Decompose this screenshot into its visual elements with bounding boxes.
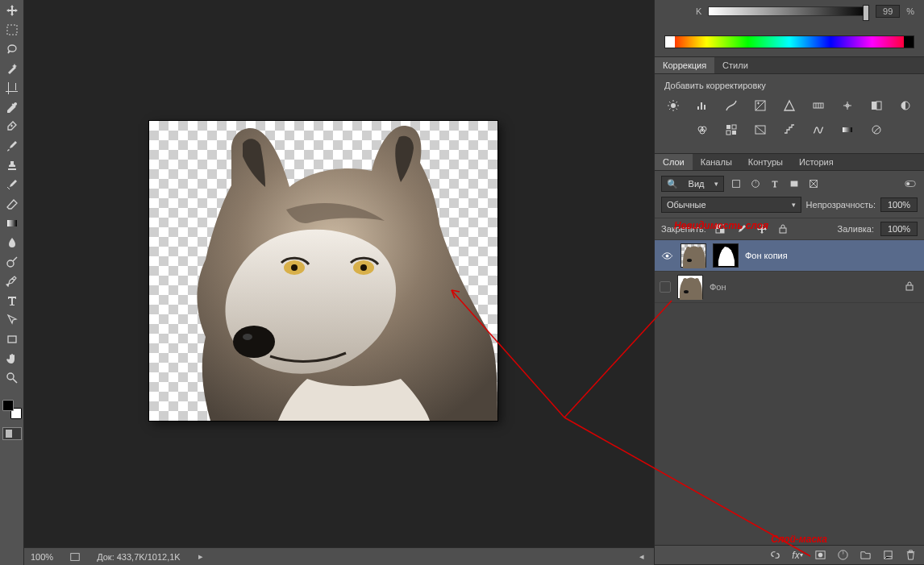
color-channel-slider[interactable] <box>708 6 869 16</box>
svg-point-41 <box>684 290 689 293</box>
zoom-tool[interactable] <box>2 369 22 387</box>
delete-layer-icon[interactable] <box>903 548 918 563</box>
layer-row[interactable]: Фон копия <box>655 240 924 272</box>
opacity-value[interactable]: 100% <box>880 197 918 212</box>
layer-fx-icon[interactable]: fx▾ <box>790 548 805 563</box>
exposure-icon[interactable] <box>752 98 768 113</box>
tab-layers[interactable]: Слои <box>655 154 693 170</box>
vibrance-icon[interactable] <box>781 98 797 113</box>
new-layer-icon[interactable] <box>880 548 895 563</box>
new-group-icon[interactable] <box>858 548 872 563</box>
annotation-layer-mask: Слой-маска <box>771 534 827 545</box>
color-spectrum[interactable] <box>664 35 914 48</box>
dodge-tool[interactable] <box>2 253 22 271</box>
link-layers-icon[interactable] <box>768 548 782 563</box>
svg-point-6 <box>243 334 252 340</box>
svg-point-40 <box>687 259 692 262</box>
document-canvas[interactable] <box>149 121 497 421</box>
zoom-level[interactable]: 100% <box>31 552 53 562</box>
tab-paths[interactable]: Контуры <box>740 154 791 170</box>
filter-adjust-icon[interactable] <box>748 177 763 191</box>
hand-tool[interactable] <box>2 350 22 368</box>
tab-adjustments[interactable]: Коррекция <box>655 57 714 73</box>
quick-mask-toggle[interactable] <box>2 427 22 440</box>
layer-name[interactable]: Фон <box>710 282 726 292</box>
levels-icon[interactable] <box>694 98 710 113</box>
lasso-tool[interactable] <box>2 40 22 58</box>
marquee-tool[interactable] <box>2 21 22 39</box>
brightness-icon[interactable] <box>665 98 681 113</box>
lock-indicator-icon <box>905 281 914 293</box>
layer-filter-dropdown[interactable]: 🔍Вид▾ <box>661 176 724 192</box>
threshold-icon[interactable] <box>810 123 826 137</box>
stamp-tool[interactable] <box>2 156 22 174</box>
svg-rect-11 <box>71 553 80 560</box>
tab-channels[interactable]: Каналы <box>693 154 740 170</box>
hscroll-left[interactable]: ◂ <box>636 551 647 563</box>
color-balance-icon[interactable] <box>839 98 855 113</box>
canvas-area[interactable] <box>24 0 654 547</box>
eraser-tool[interactable] <box>2 195 22 213</box>
adjustments-icon-grid <box>664 98 914 137</box>
color-channel-value[interactable]: 99 <box>876 5 900 18</box>
posterize-icon[interactable] <box>781 123 797 137</box>
visibility-toggle[interactable] <box>660 248 674 263</box>
filter-smart-icon[interactable] <box>806 177 821 191</box>
brush-tool[interactable] <box>2 137 22 155</box>
doc-size-info: Док: 433,7K/1012,1K <box>97 552 181 562</box>
adjustments-panel: Коррекция Стили Добавить корректировку <box>655 57 924 154</box>
filter-shape-icon[interactable] <box>787 177 801 191</box>
pen-tool[interactable] <box>2 272 22 290</box>
move-tool[interactable] <box>2 2 22 19</box>
layer-thumbnail[interactable] <box>677 275 703 299</box>
tab-styles[interactable]: Стили <box>714 57 756 73</box>
selective-color-icon[interactable] <box>868 123 884 137</box>
svg-rect-17 <box>876 102 881 110</box>
color-lookup-icon[interactable] <box>723 123 739 137</box>
svg-point-12 <box>671 103 676 108</box>
svg-point-4 <box>7 373 14 380</box>
heal-tool[interactable] <box>2 118 22 135</box>
canvas-content-wolf <box>149 121 497 421</box>
fill-value[interactable]: 100% <box>880 222 918 236</box>
history-brush-tool[interactable] <box>2 176 22 193</box>
eyedropper-tool[interactable] <box>2 98 22 116</box>
photo-filter-icon[interactable] <box>897 98 914 113</box>
gradient-map-icon[interactable] <box>839 123 855 137</box>
layer-row[interactable]: Фон <box>655 272 924 303</box>
shape-tool[interactable] <box>2 330 22 348</box>
layer-thumbnail[interactable] <box>681 243 706 268</box>
blend-mode-dropdown[interactable]: Обычные▾ <box>661 197 801 213</box>
svg-rect-25 <box>732 131 736 135</box>
path-select-tool[interactable] <box>2 311 22 329</box>
wand-tool[interactable] <box>2 60 22 77</box>
add-mask-icon[interactable] <box>813 548 827 563</box>
layers-footer: fx▾ <box>655 545 924 564</box>
type-tool[interactable] <box>2 292 22 310</box>
foreground-background-colors[interactable] <box>2 400 22 419</box>
svg-rect-1 <box>7 220 17 226</box>
lock-all-icon[interactable] <box>776 222 790 236</box>
layer-name[interactable]: Фон копия <box>745 251 788 260</box>
channel-mixer-icon[interactable] <box>694 123 710 137</box>
tab-history[interactable]: История <box>791 154 842 170</box>
right-panels: K 99 % Коррекция Стили Добавить корректи… <box>654 0 924 565</box>
filter-pixel-icon[interactable] <box>729 177 743 191</box>
doc-profile-icon[interactable] <box>68 550 82 564</box>
filter-toggle-switch[interactable] <box>903 177 918 191</box>
fill-label: Заливка: <box>838 224 874 234</box>
blur-tool[interactable] <box>2 234 22 251</box>
visibility-toggle[interactable] <box>660 281 671 293</box>
gradient-tool[interactable] <box>2 214 22 232</box>
curves-icon[interactable] <box>723 98 739 113</box>
filter-type-icon[interactable] <box>768 177 782 191</box>
crop-tool[interactable] <box>2 79 22 97</box>
layer-mask-thumbnail[interactable] <box>713 243 739 268</box>
svg-point-8 <box>291 264 298 271</box>
new-adjustment-layer-icon[interactable] <box>835 548 850 563</box>
hue-icon[interactable] <box>810 98 826 113</box>
invert-icon[interactable] <box>752 123 768 137</box>
doc-info-chevron[interactable]: ▸ <box>195 551 206 563</box>
bw-icon[interactable] <box>868 98 884 113</box>
svg-rect-27 <box>843 127 852 132</box>
